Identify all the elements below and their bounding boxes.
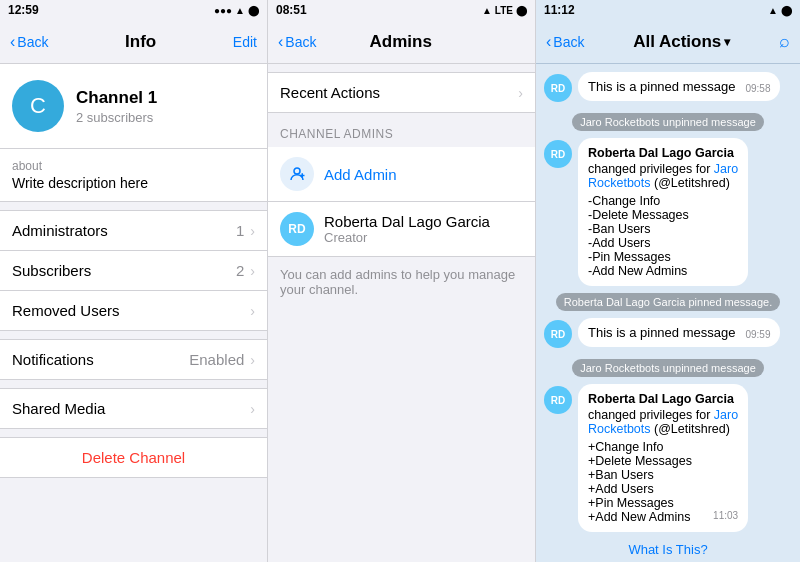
channel-info: Channel 1 2 subscribers <box>76 88 255 125</box>
delete-channel-label: Delete Channel <box>12 449 255 466</box>
action-msg-2: Roberta Dal Lago Garcia changed privileg… <box>578 384 748 532</box>
col1-status-icons: ●●● ▲ ⬤ <box>214 5 259 16</box>
col3-back-chevron: ‹ <box>546 33 551 51</box>
subscribers-item[interactable]: Subscribers 2 › <box>0 251 267 291</box>
channel-admins-header: CHANNEL ADMINS <box>268 113 535 147</box>
action1-sender: Roberta Dal Lago Garcia <box>588 146 738 160</box>
msg-avatar-2: RD <box>544 320 572 348</box>
pinned-message-row: RD This is a pinned message 09:58 <box>544 72 792 102</box>
pinned-time-2: 09:59 <box>745 329 770 340</box>
admin-avatar: RD <box>280 212 314 246</box>
col1-back-chevron: ‹ <box>10 33 15 51</box>
pinned-bubble: This is a pinned message 09:58 <box>578 72 780 101</box>
action2-list: +Change Info +Delete Messages +Ban Users… <box>588 440 738 524</box>
col2-back-label: Back <box>285 34 316 50</box>
recent-actions-row[interactable]: Recent Actions › <box>268 72 535 113</box>
col2-status-icons: ▲ LTE ⬤ <box>482 5 527 16</box>
notifications-row[interactable]: Notifications Enabled › <box>0 339 267 380</box>
shared-media-chevron: › <box>250 401 255 417</box>
channel-avatar: C <box>12 80 64 132</box>
removed-users-item[interactable]: Removed Users › <box>0 291 267 330</box>
action2-time: 11:03 <box>713 510 738 524</box>
svg-point-0 <box>294 168 300 174</box>
system-msg-2: Roberta Dal Lago Garcia pinned message. <box>556 293 781 311</box>
pinned-message-text-2: This is a pinned message <box>588 325 735 340</box>
col3-title-arrow: ▾ <box>724 35 730 49</box>
pinned-message-text: This is a pinned message <box>588 79 735 94</box>
pinned-message-2-row: RD This is a pinned message 09:59 <box>544 318 792 348</box>
col3-back-button[interactable]: ‹ Back <box>546 33 584 51</box>
col3-back-label: Back <box>553 34 584 50</box>
administrators-chevron: › <box>250 223 255 239</box>
channel-subscribers-count: 2 subscribers <box>76 110 255 125</box>
col3-search-icon[interactable]: ⌕ <box>779 31 790 52</box>
action2-sender: Roberta Dal Lago Garcia <box>588 392 738 406</box>
col1-nav-title: Info <box>125 32 156 52</box>
system-msg-1: Jaro Rocketbots unpinned message <box>572 113 764 131</box>
shared-media-row[interactable]: Shared Media › <box>0 388 267 429</box>
add-admin-label: Add Admin <box>324 166 397 183</box>
subscribers-chevron: › <box>250 263 255 279</box>
recent-actions-chevron: › <box>518 85 523 101</box>
channel-settings-list: Administrators 1 › Subscribers 2 › Remov… <box>0 210 267 331</box>
pinned-bubble-2: This is a pinned message 09:59 <box>578 318 780 347</box>
chat-area: RD This is a pinned message 09:58 Jaro R… <box>536 64 800 562</box>
action1-at: (@Letitshred) <box>654 176 730 190</box>
about-label: about <box>12 159 255 173</box>
channel-name: Channel 1 <box>76 88 255 108</box>
col1-back-label: Back <box>17 34 48 50</box>
msg-avatar-1: RD <box>544 74 572 102</box>
col2-time: 08:51 <box>276 3 307 17</box>
action2-at: (@Letitshred) <box>654 422 730 436</box>
action2-text: changed privileges for <box>588 408 710 422</box>
action-msg-1: Roberta Dal Lago Garcia changed privileg… <box>578 138 748 286</box>
system-msg-3: Jaro Rocketbots unpinned message <box>572 359 764 377</box>
removed-users-chevron: › <box>250 303 255 319</box>
admin-info: Roberta Dal Lago Garcia Creator <box>324 213 523 245</box>
action-msg-2-row: RD Roberta Dal Lago Garcia changed privi… <box>544 384 792 532</box>
shared-media-label: Shared Media <box>12 400 105 417</box>
about-text: Write description here <box>12 175 255 191</box>
add-admin-row[interactable]: Add Admin <box>268 147 535 202</box>
col2-back-chevron: ‹ <box>278 33 283 51</box>
col3-nav-title: All Actions ▾ <box>633 32 730 52</box>
action-msg-1-row: RD Roberta Dal Lago Garcia changed privi… <box>544 138 792 286</box>
notifications-value: Enabled <box>189 351 244 368</box>
administrators-item[interactable]: Administrators 1 › <box>0 211 267 251</box>
action1-list: -Change Info -Delete Messages -Ban Users… <box>588 194 738 278</box>
admin-name: Roberta Dal Lago Garcia <box>324 213 523 230</box>
delete-channel-row[interactable]: Delete Channel <box>0 437 267 478</box>
action1-text: changed privileges for <box>588 162 710 176</box>
col3-time: 11:12 <box>544 3 575 17</box>
what-is-this[interactable]: What Is This? <box>544 536 792 562</box>
notifications-chevron: › <box>250 352 255 368</box>
action-msg-avatar-2: RD <box>544 386 572 414</box>
recent-actions-label: Recent Actions <box>280 84 380 101</box>
pinned-time: 09:58 <box>745 83 770 94</box>
admin-row: RD Roberta Dal Lago Garcia Creator <box>268 202 535 257</box>
about-section: about Write description here <box>0 149 267 202</box>
col3-status-icons: ▲ ⬤ <box>768 5 792 16</box>
add-admin-icon <box>280 157 314 191</box>
admin-role: Creator <box>324 230 523 245</box>
col2-nav-title: Admins <box>370 32 432 52</box>
col1-back-button[interactable]: ‹ Back <box>10 33 48 51</box>
action-msg-avatar-1: RD <box>544 140 572 168</box>
channel-profile-section: C Channel 1 2 subscribers <box>0 64 267 149</box>
col2-back-button[interactable]: ‹ Back <box>278 33 316 51</box>
col1-time: 12:59 <box>8 3 39 17</box>
col1-edit-button[interactable]: Edit <box>233 34 257 50</box>
notifications-label: Notifications <box>12 351 94 368</box>
admin-help-text: You can add admins to help you manage yo… <box>268 257 535 307</box>
